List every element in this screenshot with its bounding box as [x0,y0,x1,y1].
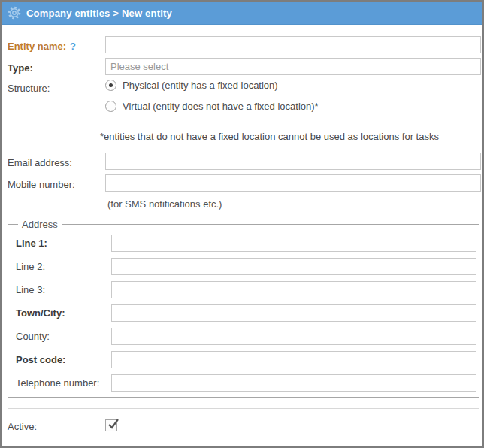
address-line3-row: Line 3: [16,281,476,298]
radio-label-virtual: Virtual (entity does not have a fixed lo… [123,101,319,112]
radio-button-physical[interactable] [105,80,116,91]
active-row: Active: [8,418,481,433]
address-line2-label: Line 2: [16,261,111,273]
type-select[interactable] [105,58,481,75]
address-telephone-row: Telephone number: [16,374,476,392]
form: Entity name:? Type: Structure: Physical … [2,25,482,433]
address-telephone-label: Telephone number: [16,377,111,389]
divider [8,408,479,409]
email-input[interactable] [105,153,481,170]
structure-note: *entities that do not have a fixed locat… [100,131,481,142]
address-line3-input[interactable] [111,281,476,298]
mobile-input[interactable] [105,174,481,192]
structure-row: Structure: Physical (entity has a fixed … [8,80,481,122]
address-county-input[interactable] [111,328,476,345]
type-label: Type: [8,59,105,74]
radio-label-physical: Physical (entity has a fixed location) [123,80,278,91]
address-line1-input[interactable] [111,235,476,252]
email-label: Email address: [8,154,105,169]
address-postcode-label: Post code: [16,354,111,366]
mobile-label: Mobile number: [8,176,105,191]
gear-icon [8,6,21,20]
entity-name-row: Entity name:? [8,36,481,53]
address-line2-input[interactable] [111,258,476,275]
mobile-hint: (for SMS notifications etc.) [107,198,481,210]
address-county-row: County: [16,328,476,345]
radio-option-virtual[interactable]: Virtual (entity does not have a fixed lo… [105,101,481,112]
address-line1-row: Line 1: [16,235,476,252]
address-postcode-row: Post code: [16,351,476,368]
active-checkbox[interactable] [105,419,117,431]
radio-button-virtual[interactable] [105,101,116,112]
mobile-row: Mobile number: [8,174,481,192]
window-header: Company entities > New entity [2,2,482,25]
entity-name-input[interactable] [105,36,481,53]
radio-option-physical[interactable]: Physical (entity has a fixed location) [105,80,481,91]
address-legend: Address [18,219,62,230]
active-label: Active: [8,418,105,433]
address-postcode-input[interactable] [111,351,476,368]
address-county-label: County: [16,331,111,343]
address-town-input[interactable] [111,304,476,322]
entity-name-label-group: Entity name:? [8,38,105,53]
address-town-row: Town/City: [16,304,476,322]
address-line2-row: Line 2: [16,258,476,275]
address-town-label: Town/City: [16,307,111,319]
address-telephone-input[interactable] [111,374,476,392]
structure-label: Structure: [8,80,105,95]
new-entity-window: Company entities > New entity Entity nam… [0,0,484,448]
structure-options: Physical (entity has a fixed location) V… [105,80,481,122]
entity-name-label: Entity name: [8,41,66,52]
address-fieldset: Address Line 1: Line 2: Line 3: Town/Cit… [8,219,479,398]
email-row: Email address: [8,153,481,170]
address-line1-label: Line 1: [16,238,111,250]
page-title: Company entities > New entity [26,8,172,19]
address-line3-label: Line 3: [16,284,111,296]
help-icon[interactable]: ? [70,41,76,52]
type-row: Type: [8,58,481,75]
